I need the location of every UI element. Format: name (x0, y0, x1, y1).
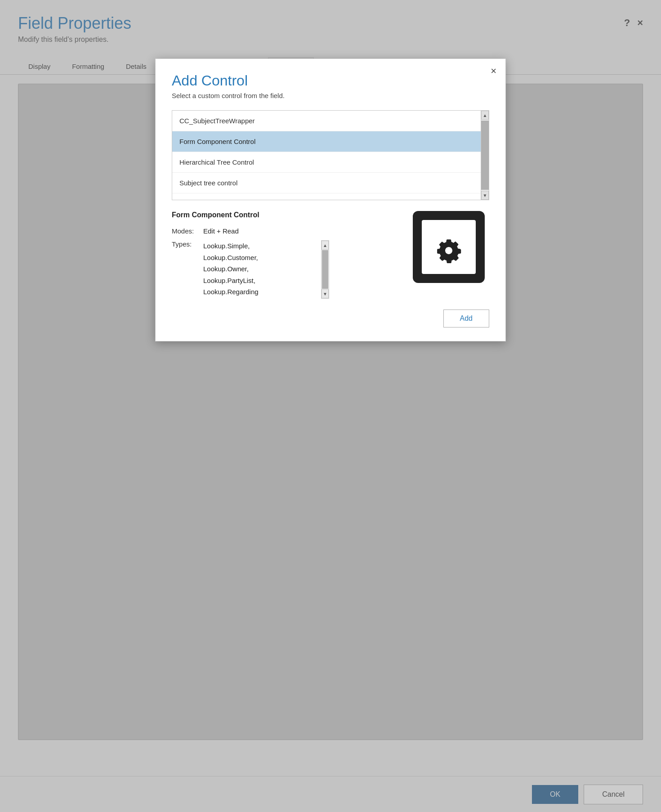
selected-control-name: Form Component Control (172, 211, 395, 219)
add-control-modal: × Add Control Select a custom control fr… (155, 58, 506, 341)
list-item-subject-tree[interactable]: Subject tree control (172, 173, 489, 193)
types-value-list: Lookup.Simple, Lookup.Customer, Lookup.O… (203, 240, 268, 299)
type-item-3: Lookup.PartyList, (203, 277, 255, 284)
control-icon-box (413, 211, 485, 283)
modal-subtitle: Select a custom control from the field. (172, 92, 489, 99)
type-item-4: Lookup.Regarding (203, 288, 259, 296)
types-row: Types: Lookup.Simple, Lookup.Customer, L… (172, 240, 329, 299)
scroll-down-arrow[interactable]: ▼ (481, 191, 489, 200)
types-scroll-up[interactable]: ▲ (322, 241, 329, 250)
control-properties: Modes: Edit + Read Types: Lookup.Simple,… (172, 227, 395, 299)
types-label: Types: (172, 240, 203, 248)
control-icon-inner (422, 220, 476, 274)
control-details: Form Component Control Modes: Edit + Rea… (172, 211, 489, 299)
control-list-wrapper: CC_SubjectTreeWrapper Form Component Con… (172, 110, 489, 200)
type-item-2: Lookup.Owner, (203, 265, 249, 273)
list-item-cc-subject[interactable]: CC_SubjectTreeWrapper (172, 111, 489, 131)
modes-value: Edit + Read (203, 227, 239, 235)
list-item-hierarchical[interactable]: Hierarchical Tree Control (172, 152, 489, 173)
modes-row: Modes: Edit + Read (172, 227, 329, 235)
types-value-wrapper: Lookup.Simple, Lookup.Customer, Lookup.O… (203, 240, 329, 299)
modal-close-icon[interactable]: × (491, 66, 496, 76)
control-info: Form Component Control Modes: Edit + Rea… (172, 211, 395, 299)
control-icon-area (408, 211, 489, 283)
type-item-1: Lookup.Customer, (203, 254, 258, 261)
modal-footer: Add (172, 310, 489, 327)
modes-label: Modes: (172, 227, 203, 235)
type-item-0: Lookup.Simple, (203, 242, 250, 250)
list-scrollbar: ▲ ▼ (481, 111, 489, 200)
types-scrollbar: ▲ ▼ (321, 240, 329, 299)
list-item-form-component[interactable]: Form Component Control (172, 131, 489, 152)
scroll-thumb[interactable] (481, 121, 489, 190)
scroll-up-arrow[interactable]: ▲ (481, 111, 489, 120)
modal-title: Add Control (172, 72, 489, 89)
main-dialog: Field Properties Modify this field's pro… (0, 0, 661, 812)
types-scroll-down[interactable]: ▼ (322, 289, 329, 298)
add-button[interactable]: Add (443, 310, 489, 327)
prop-section: Modes: Edit + Read Types: Lookup.Simple,… (172, 227, 329, 299)
types-scroll-thumb[interactable] (322, 250, 328, 289)
gear-icon (433, 231, 465, 263)
control-list: CC_SubjectTreeWrapper Form Component Con… (172, 111, 489, 200)
